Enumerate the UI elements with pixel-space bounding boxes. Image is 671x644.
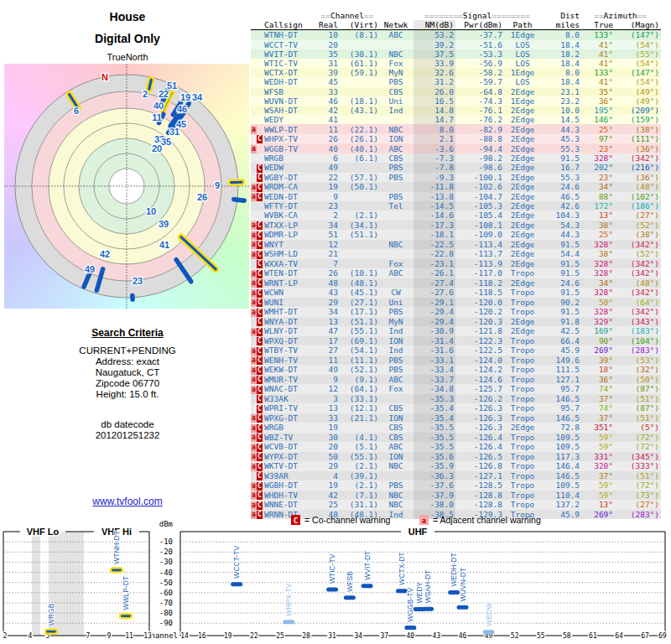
distance-cell: 14.5 [543,115,581,124]
azimuth-magn-cell: (54°) [615,77,661,86]
polar-channel-label: 20 [152,143,162,153]
callsign-cell: WSHM-LD [264,249,316,259]
nm-db-cell: -35.9 [414,461,455,471]
network-cell: ION [380,134,414,144]
signal-strength-chart: C = Co-channel warning a = Adjacent chan… [0,513,671,644]
real-channel-cell: 10 [316,30,340,40]
real-channel-cell: 3 [316,394,340,404]
real-channel-cell: 34 [316,307,340,317]
co-channel-warning-badge: C [257,482,263,491]
path-cell: 2Edge [504,143,543,153]
path-cell: Tropo [504,433,543,443]
search-criteria-line: CURRENT+PENDING [0,345,255,356]
path-cell: 2Edge [504,210,543,220]
nm-db-cell: -35.5 [414,423,455,433]
power-dbm-cell: -100.1 [455,173,504,183]
power-dbm-cell: -124.6 [455,375,504,385]
virtual-channel-cell: (45.1) [340,288,380,298]
nm-db-cell: -33.1 [414,356,455,366]
warning-cell [251,115,264,124]
co-channel-warning-badge: C [257,251,263,259]
warning-cell: aC [251,278,264,288]
azimuth-true-cell: 328° [581,307,615,317]
network-cell [380,278,414,288]
power-dbm-cell: -56.9 [455,59,504,68]
signal-bar-callsign-label: WHPX-TV [284,583,293,616]
real-channel-cell: 23 [316,201,340,210]
virtual-channel-cell: (33.1) [340,394,380,404]
azimuth-true-cell: 37° [581,471,615,481]
power-dbm-cell: -126.5 [455,452,504,462]
signal-bar [362,584,373,588]
power-dbm-cell: -128.8 [455,500,504,510]
station-row: WRGB6(6.1)CBS-7.3-98.22Edge91.5328°(342°… [251,153,661,163]
co-channel-warning-badge: C [257,279,263,288]
azimuth-true-cell: 39° [581,356,615,366]
tvfool-link[interactable]: www.tvfool.com [0,496,255,507]
power-dbm-cell: -37.7 [455,30,504,40]
signal-group-header: ========Signal======== [414,11,543,20]
co-channel-warning-badge: C [257,193,263,201]
distance-cell: 109.5 [543,480,581,491]
station-table: ==Channel== ========Signal======== Dist … [251,11,661,519]
power-dbm-cell: -102.6 [455,182,504,192]
adjacent-warning-badge: a [251,193,257,201]
real-channel-cell: 9 [316,375,340,385]
path-cell: Tropo [504,375,543,385]
adjacent-warning-badge: a [251,231,257,240]
co-channel-legend-text: = Co-channel warning [304,515,391,525]
dbm-tick-label: -40 [159,569,173,577]
db-datecode-value: 201201251232 [0,430,255,440]
distance-cell: 42.5 [543,326,581,336]
azimuth-true-cell: 74° [581,384,615,394]
azimuth-magn-cell: (38°) [615,230,661,240]
co-channel-warning-badge: C [257,472,263,480]
signal-bar-callsign-label: WRGB [47,603,55,626]
distance-cell: 18.2 [543,49,581,59]
network-cell: CBS [380,153,414,163]
virtual-channel-cell: (4.1) [340,433,380,443]
polar-channel-label: 39 [159,219,169,229]
co-channel-warning-badge: C [257,174,263,182]
azimuth-magn-cell: (48°) [615,278,661,288]
nm-db-cell: -31.4 [414,336,455,346]
station-row: aCWCWN43(45.1)CW-27.6-118.5Tropo91.5328°… [251,288,661,298]
virtual-channel-cell: (54.1) [340,345,380,356]
azimuth-true-cell: 18° [581,365,615,375]
real-channel-cell: 47 [316,326,340,336]
virtual-channel-cell: (31.1) [340,500,380,510]
distance-cell: 55.3 [543,173,581,183]
warning-cell [251,87,264,96]
channel-tick-label: 25 [276,632,284,640]
distance-cell: 91.5 [543,288,581,298]
callsign-cell: WGBH-DT [264,480,316,491]
report-title: House [0,10,255,23]
path-cell: 2Edge [504,317,543,327]
signal-bar-callsign-label: WVIT-DT [363,551,372,580]
co-channel-warning-badge: C [257,405,263,413]
warning-cell: aC [251,442,264,452]
nm-db-cell: -17.3 [414,221,455,231]
nm-db-cell: -30.9 [414,326,455,336]
nm-db-cell: -3.6 [414,143,455,153]
station-row: aWWLP-DT11(22.1)NBC8.0-82.92Edge44.325°(… [251,124,661,134]
power-dbm-cell: -126.2 [455,394,504,404]
power-dbm-cell: -118.5 [455,288,504,298]
path-cell: 1Edge [504,68,543,77]
virtual-channel-cell: (55.1) [340,452,380,462]
adjacent-warning-badge: a [251,376,257,384]
signal-bar [111,568,122,572]
network-cell [380,249,414,259]
path-cell: 2Edge [504,259,543,269]
co-channel-warning-badge: C [257,328,263,336]
nm-db-cell: 2.1 [414,134,455,144]
nm-db-cell: -23.1 [414,259,455,269]
real-channel-cell: 26 [316,134,340,144]
warning-cell: aC [251,288,264,298]
azimuth-magn-cell: (147°) [615,30,661,40]
azimuth-true-cell: 50° [581,298,615,308]
path-cell: 2Edge [504,87,543,96]
azimuth-true-cell: 37° [581,394,615,404]
co-channel-warning-badge: C [257,347,263,356]
col-virt: (Virt) [340,20,380,30]
